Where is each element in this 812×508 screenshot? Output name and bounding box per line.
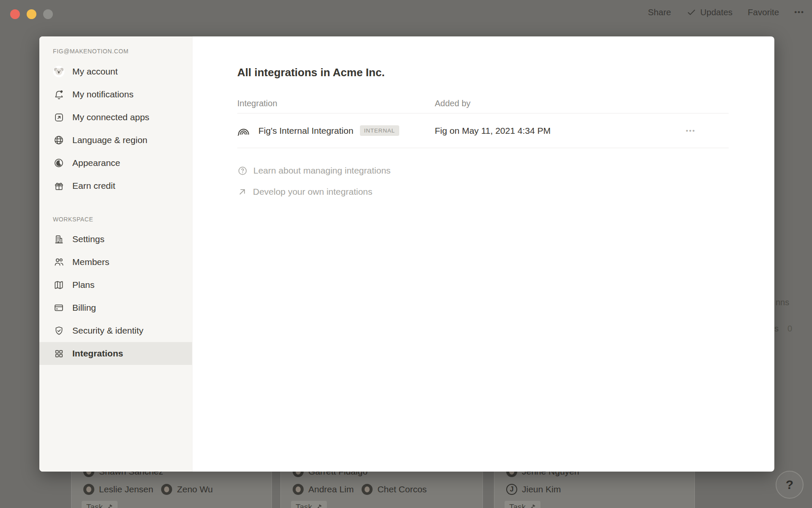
sidebar-item-integrations[interactable]: Integrations — [39, 342, 192, 365]
arrow-up-right-icon — [237, 187, 247, 197]
internal-badge: INTERNAL — [360, 125, 399, 136]
person-name: Zeno Wu — [177, 484, 213, 494]
column-header-added-by: Added by — [435, 99, 729, 108]
sidebar-item-my-account[interactable]: My account — [39, 60, 192, 83]
people-icon — [53, 256, 65, 268]
sidebar-item-label: My account — [72, 66, 118, 77]
person-name: Jieun Kim — [522, 484, 561, 494]
grid-icon — [53, 348, 65, 359]
zoom-window-button[interactable] — [43, 9, 53, 19]
sidebar-item-label: Security & identity — [72, 326, 143, 336]
task-tag: Task — [291, 501, 327, 508]
person-name: Chet Corcos — [377, 484, 427, 494]
task-tag: Task — [82, 501, 118, 508]
arrow-up-right-box-icon — [53, 111, 65, 123]
clipped-text-fragment: nns — [776, 298, 789, 307]
koala-avatar-icon — [53, 66, 65, 77]
avatar — [362, 484, 373, 495]
sidebar-item-appearance[interactable]: Appearance — [39, 152, 192, 174]
sidebar-item-label: Earn credit — [72, 181, 115, 191]
updates-button[interactable]: Updates — [686, 7, 732, 17]
avatar — [293, 484, 304, 495]
row-menu-button[interactable]: ••• — [686, 127, 696, 134]
integration-row[interactable]: Fig's Internal Integration INTERNAL Fig … — [237, 113, 729, 148]
account-email-heading: FIG@MAKENOTION.COM — [39, 46, 192, 57]
task-tag: Task — [505, 501, 540, 508]
sidebar-item-billing[interactable]: Billing — [39, 296, 192, 319]
help-circle-icon — [237, 166, 248, 176]
more-options-button[interactable]: ••• — [794, 8, 804, 17]
settings-sidebar: FIG@MAKENOTION.COM My account My notific… — [39, 36, 192, 472]
moon-circle-icon — [53, 157, 65, 169]
sidebar-item-security-identity[interactable]: Security & identity — [39, 319, 192, 342]
favorite-button[interactable]: Favorite — [748, 7, 779, 17]
sidebar-item-label: Settings — [72, 234, 104, 244]
table-header: Integration Added by — [237, 94, 729, 113]
settings-modal: FIG@MAKENOTION.COM My account My notific… — [39, 36, 774, 472]
sidebar-item-label: Integrations — [72, 348, 123, 359]
building-icon — [53, 233, 65, 245]
topbar-actions: Share Updates Favorite ••• — [648, 0, 804, 25]
develop-integrations-link[interactable]: Develop your own integrations — [237, 181, 729, 202]
credit-card-icon — [53, 302, 65, 314]
link-label: Develop your own integrations — [253, 187, 373, 197]
check-icon — [686, 7, 697, 17]
integrations-panel: All integrations in Acme Inc. Integratio… — [192, 36, 774, 472]
sidebar-item-label: Language & region — [72, 135, 148, 145]
clipped-text-fragment: s — [774, 324, 779, 334]
added-by-value: Fig on May 11, 2021 4:34 PM — [435, 126, 551, 136]
person-name: Andrea Lim — [308, 484, 354, 494]
minimize-window-button[interactable] — [27, 9, 36, 19]
sidebar-item-label: Members — [72, 257, 110, 267]
hammer-icon — [315, 504, 322, 508]
hammer-icon — [529, 504, 536, 508]
sidebar-item-my-connected-apps[interactable]: My connected apps — [39, 106, 192, 129]
avatar — [83, 484, 94, 495]
map-icon — [53, 279, 65, 291]
hammer-icon — [106, 504, 113, 508]
workspace-section-heading: WORKSPACE — [39, 214, 192, 224]
clipped-text-fragment: 0 — [787, 324, 792, 334]
sidebar-item-label: Billing — [72, 303, 96, 313]
shield-check-icon — [53, 325, 65, 337]
avatar — [161, 484, 172, 495]
link-label: Learn about managing integrations — [253, 166, 391, 176]
monogram-avatar: J — [506, 484, 517, 495]
integration-name: Fig's Internal Integration — [258, 126, 354, 136]
fig-integration-logo-icon — [237, 124, 250, 137]
sidebar-item-label: Appearance — [72, 158, 120, 168]
sidebar-item-earn-credit[interactable]: Earn credit — [39, 174, 192, 197]
bell-icon — [53, 88, 65, 100]
sidebar-item-settings[interactable]: Settings — [39, 228, 192, 251]
sidebar-item-members[interactable]: Members — [39, 251, 192, 273]
page-title: All integrations in Acme Inc. — [237, 64, 729, 80]
column-header-integration: Integration — [237, 99, 435, 108]
sidebar-item-my-notifications[interactable]: My notifications — [39, 83, 192, 106]
sidebar-item-plans[interactable]: Plans — [39, 273, 192, 296]
traffic-lights — [10, 9, 53, 19]
share-button[interactable]: Share — [648, 7, 671, 17]
sidebar-item-language-region[interactable]: Language & region — [39, 129, 192, 152]
help-button[interactable]: ? — [776, 471, 804, 499]
person-name: Leslie Jensen — [99, 484, 153, 494]
sidebar-item-label: My connected apps — [72, 112, 149, 122]
globe-icon — [53, 134, 65, 146]
sidebar-item-label: My notifications — [72, 89, 134, 99]
sidebar-item-label: Plans — [72, 280, 95, 290]
close-window-button[interactable] — [10, 9, 20, 19]
learn-integrations-link[interactable]: Learn about managing integrations — [237, 160, 729, 181]
gift-icon — [53, 180, 65, 192]
